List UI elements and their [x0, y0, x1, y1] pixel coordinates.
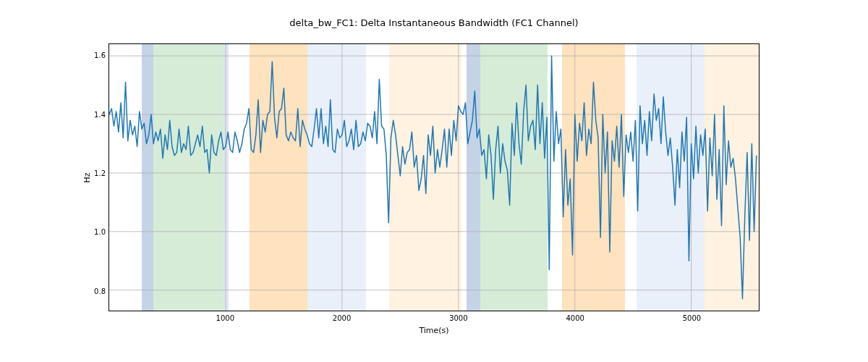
x-tick-label: 5000 — [683, 314, 701, 322]
plot-svg — [109, 44, 759, 311]
line-series — [109, 56, 757, 299]
chart-title: delta_bw_FC1: Delta Instantaneous Bandwi… — [109, 17, 760, 28]
y-tick-label: 1.6 — [85, 51, 106, 59]
grid-lines — [109, 44, 759, 311]
y-tick-label: 1.2 — [85, 169, 106, 177]
x-tick-label: 3000 — [449, 314, 467, 322]
figure: delta_bw_FC1: Delta Instantaneous Bandwi… — [0, 0, 868, 362]
x-axis-label: Time(s) — [109, 326, 760, 335]
x-tick-label: 1000 — [216, 314, 234, 322]
plot-area — [109, 43, 760, 311]
y-tick-label: 0.8 — [85, 287, 106, 295]
y-tick-label: 1.0 — [85, 228, 106, 236]
y-tick-label: 1.4 — [85, 110, 106, 118]
x-tick-label: 2000 — [333, 314, 351, 322]
x-tick-label: 4000 — [566, 314, 584, 322]
y-axis-label: Hz — [81, 43, 93, 311]
